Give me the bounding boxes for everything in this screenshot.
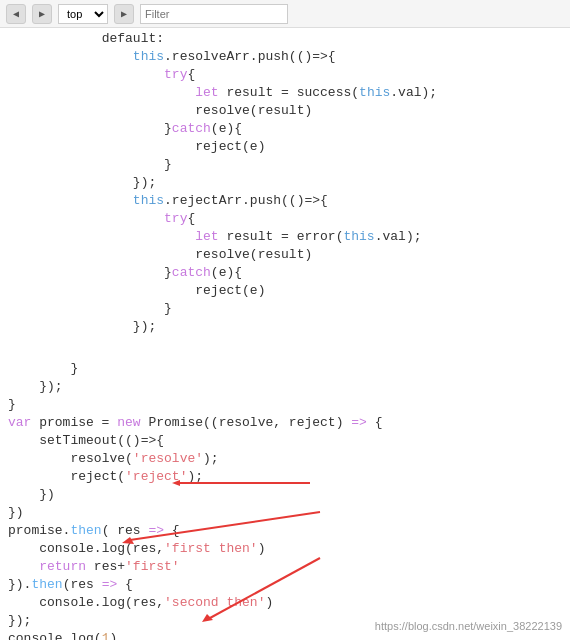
code-line: try{ <box>0 210 570 228</box>
code-line: }); <box>0 174 570 192</box>
code-line: resolve(result) <box>0 102 570 120</box>
code-line: }) <box>0 504 570 522</box>
code-line: }); <box>0 378 570 396</box>
code-line: console.log(res,'first then') <box>0 540 570 558</box>
code-line: }).then(res => { <box>0 576 570 594</box>
code-line: this.resolveArr.push(()=>{ <box>0 48 570 66</box>
code-line: }catch(e){ <box>0 120 570 138</box>
code-line: } <box>0 360 570 378</box>
code-line: }) <box>0 486 570 504</box>
code-line: let result = success(this.val); <box>0 84 570 102</box>
code-line: }); <box>0 318 570 336</box>
code-editor: default: this.resolveArr.push(()=>{ try{… <box>0 28 570 640</box>
code-line: } <box>0 300 570 318</box>
code-line: let result = error(this.val); <box>0 228 570 246</box>
code-line: }catch(e){ <box>0 264 570 282</box>
play-button[interactable]: ▶ <box>114 4 134 24</box>
code-line <box>0 336 570 348</box>
code-line: this.rejectArr.push(()=>{ <box>0 192 570 210</box>
code-line: resolve(result) <box>0 246 570 264</box>
code-line: reject('reject'); <box>0 468 570 486</box>
watermark: https://blog.csdn.net/weixin_38222139 <box>375 620 562 632</box>
code-line: default: <box>0 30 570 48</box>
code-line: reject(e) <box>0 282 570 300</box>
code-line: return res+'first' <box>0 558 570 576</box>
code-line: try{ <box>0 66 570 84</box>
code-line <box>0 348 570 360</box>
code-line: promise.then( res => { <box>0 522 570 540</box>
code-line: } <box>0 156 570 174</box>
back-button[interactable]: ◀ <box>6 4 26 24</box>
forward-button[interactable]: ▶ <box>32 4 52 24</box>
filter-input[interactable] <box>140 4 288 24</box>
code-line: } <box>0 396 570 414</box>
code-line: var promise = new Promise((resolve, reje… <box>0 414 570 432</box>
code-line: console.log(res,'second then') <box>0 594 570 612</box>
toolbar: ◀ ▶ top ▶ <box>0 0 570 28</box>
code-line: reject(e) <box>0 138 570 156</box>
code-line: resolve('resolve'); <box>0 450 570 468</box>
context-select[interactable]: top <box>58 4 108 24</box>
code-line: setTimeout(()=>{ <box>0 432 570 450</box>
